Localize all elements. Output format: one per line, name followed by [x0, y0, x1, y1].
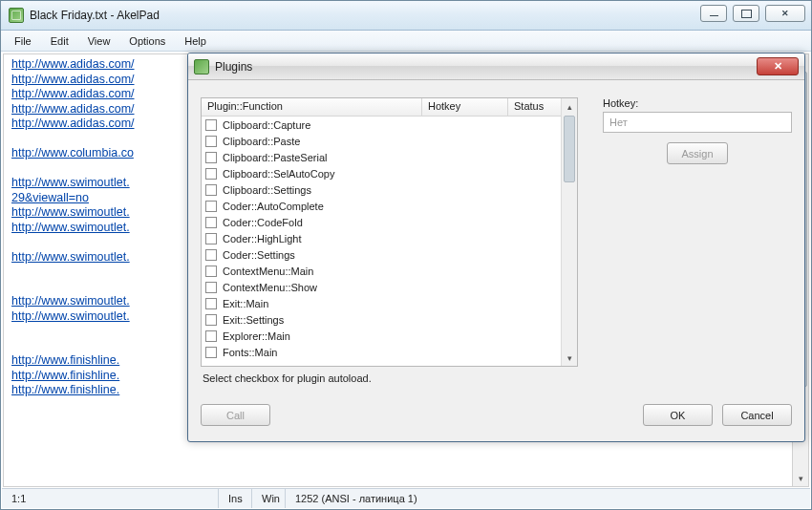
- plugin-name: Exit::Settings: [223, 314, 284, 326]
- plugin-row[interactable]: ContextMenu::Show: [202, 279, 561, 295]
- plugin-name: Coder::AutoComplete: [223, 201, 324, 212]
- cancel-button[interactable]: Cancel: [722, 404, 792, 426]
- plugin-name: ContextMenu::Show: [223, 282, 317, 293]
- menu-options[interactable]: Options: [119, 32, 175, 50]
- plugin-checkbox[interactable]: [205, 168, 217, 180]
- plugin-row[interactable]: Clipboard::Capture: [202, 117, 561, 133]
- plugin-list-scrollbar[interactable]: ▴ ▾: [561, 98, 577, 366]
- plugin-row[interactable]: Coder::CodeFold: [202, 214, 561, 230]
- plugin-name: Clipboard::Paste: [223, 136, 300, 147]
- plugin-checkbox[interactable]: [205, 119, 217, 131]
- plugin-name: Clipboard::PasteSerial: [223, 152, 327, 163]
- plugin-checkbox[interactable]: [205, 282, 217, 293]
- plugin-checkbox[interactable]: [205, 314, 217, 326]
- plugin-row[interactable]: Coder::AutoComplete: [202, 198, 561, 214]
- scroll-thumb[interactable]: [564, 116, 575, 182]
- scroll-up-icon[interactable]: ▴: [562, 98, 577, 115]
- dialog-title: Plugins: [215, 60, 252, 74]
- plugin-name: Coder::Settings: [223, 249, 295, 261]
- plugin-checkbox[interactable]: [205, 249, 217, 261]
- menubar: File Edit View Options Help: [1, 31, 811, 52]
- dialog-close-button[interactable]: ✕: [757, 57, 799, 75]
- app-window: Black Friday.txt - AkelPad File Edit Vie…: [0, 0, 812, 510]
- plugin-checkbox[interactable]: [205, 330, 217, 342]
- hotkey-label: Hotkey:: [603, 97, 792, 109]
- minimize-button[interactable]: [700, 5, 727, 22]
- plugin-checkbox[interactable]: [205, 201, 217, 212]
- ok-button[interactable]: OK: [643, 404, 713, 426]
- status-insert-mode: Ins: [219, 489, 252, 508]
- plugin-row[interactable]: Exit::Settings: [202, 311, 561, 328]
- status-position: 1:1: [2, 489, 219, 508]
- plugin-list: Plugin::Function Hotkey Status Clipboard…: [201, 97, 578, 367]
- plugin-name: Coder::CodeFold: [223, 217, 303, 228]
- plugin-checkbox[interactable]: [205, 152, 217, 163]
- plugin-name: Clipboard::Capture: [223, 119, 310, 131]
- plugin-row[interactable]: Coder::HighLight: [202, 230, 561, 246]
- plugin-row[interactable]: Explorer::Main: [202, 328, 561, 344]
- plugin-row[interactable]: Clipboard::PasteSerial: [202, 149, 561, 165]
- autoload-hint: Select checkbox for plugin autoload.: [203, 372, 372, 384]
- plugin-row[interactable]: Coder::Settings: [202, 246, 561, 263]
- plugin-row[interactable]: Clipboard::Paste: [202, 133, 561, 149]
- call-button[interactable]: Call: [201, 404, 270, 426]
- col-function[interactable]: Plugin::Function: [202, 98, 422, 116]
- statusbar: 1:1 Ins Win 1252 (ANSI - латиница 1): [2, 488, 810, 508]
- menu-file[interactable]: File: [5, 32, 41, 50]
- scroll-down-icon[interactable]: ▾: [793, 470, 808, 486]
- dialog-titlebar: Plugins ✕: [188, 53, 804, 80]
- plugin-checkbox[interactable]: [205, 298, 217, 309]
- plugin-checkbox[interactable]: [205, 266, 217, 277]
- plugin-row[interactable]: Fonts::Main: [202, 344, 561, 360]
- hotkey-input[interactable]: [603, 112, 792, 133]
- plugin-checkbox[interactable]: [205, 136, 217, 147]
- status-encoding: 1252 (ANSI - латиница 1): [286, 489, 810, 508]
- plugin-name: Exit::Main: [223, 298, 268, 309]
- plugin-checkbox[interactable]: [205, 217, 217, 228]
- status-os: Win: [252, 489, 286, 508]
- dialog-footer: Call OK Cancel: [201, 404, 792, 429]
- menu-help[interactable]: Help: [175, 32, 216, 50]
- col-hotkey[interactable]: Hotkey: [422, 98, 508, 116]
- plugin-name: Clipboard::SelAutoCopy: [223, 168, 334, 180]
- window-title: Black Friday.txt - AkelPad: [30, 9, 160, 22]
- assign-button[interactable]: Assign: [667, 142, 727, 164]
- plugin-name: Explorer::Main: [223, 330, 290, 342]
- plugin-row[interactable]: Clipboard::SelAutoCopy: [202, 165, 561, 181]
- hotkey-panel: Hotkey: Assign: [603, 97, 792, 164]
- plugin-name: ContextMenu::Main: [223, 266, 313, 277]
- plugin-row[interactable]: Exit::Main: [202, 295, 561, 311]
- plugins-dialog: Plugins ✕ Plugin::Function Hotkey Status…: [187, 53, 805, 442]
- close-button[interactable]: [765, 5, 805, 22]
- plugin-row[interactable]: ContextMenu::Main: [202, 263, 561, 279]
- maximize-button[interactable]: [733, 5, 759, 22]
- dialog-icon: [194, 59, 209, 74]
- app-icon: [9, 8, 24, 23]
- plugin-name: Fonts::Main: [223, 347, 277, 358]
- window-buttons: [700, 5, 805, 22]
- dialog-body: Plugin::Function Hotkey Status Clipboard…: [201, 97, 792, 393]
- menu-view[interactable]: View: [78, 32, 120, 50]
- col-status[interactable]: Status: [508, 98, 561, 116]
- titlebar: Black Friday.txt - AkelPad: [1, 1, 811, 31]
- plugin-list-header: Plugin::Function Hotkey Status: [202, 98, 561, 117]
- menu-edit[interactable]: Edit: [41, 32, 78, 50]
- plugin-name: Coder::HighLight: [223, 233, 302, 244]
- plugin-checkbox[interactable]: [205, 233, 217, 244]
- plugin-name: Clipboard::Settings: [223, 184, 311, 196]
- plugin-checkbox[interactable]: [205, 347, 217, 358]
- plugin-checkbox[interactable]: [205, 184, 217, 196]
- scroll-down-icon[interactable]: ▾: [562, 350, 577, 366]
- plugin-row[interactable]: Clipboard::Settings: [202, 181, 561, 198]
